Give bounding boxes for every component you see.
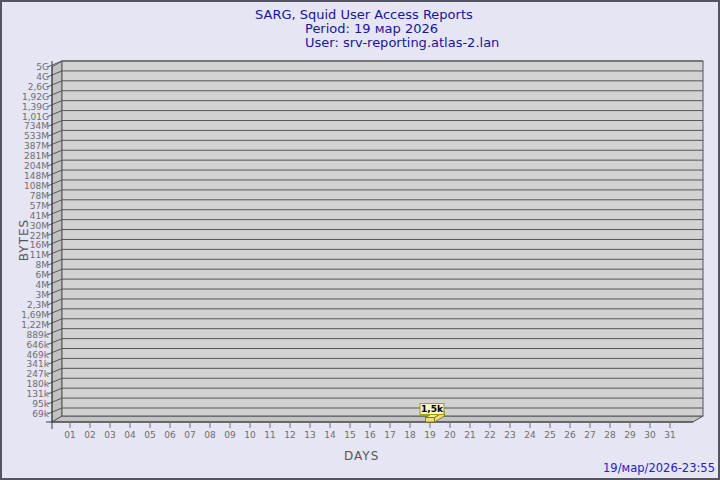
x-tick-label: 29 <box>624 430 636 440</box>
x-tick-label: 27 <box>584 430 595 440</box>
y-tick-label: 78M <box>30 191 49 201</box>
x-tick-label: 03 <box>104 430 115 440</box>
y-tick-label: 22M <box>30 231 49 241</box>
x-tick-label: 19 <box>424 430 436 440</box>
x-tick-label: 22 <box>484 430 495 440</box>
y-tick-label: 16M <box>30 240 49 250</box>
chart-floor <box>52 416 703 422</box>
x-tick-label: 06 <box>164 430 176 440</box>
y-tick-label: 1,92G <box>22 92 49 102</box>
x-tick-label: 07 <box>184 430 195 440</box>
x-tick-label: 18 <box>404 430 416 440</box>
y-tick-label: 1,69M <box>21 310 49 320</box>
y-tick-label: 734M <box>24 121 49 131</box>
y-tick-label: 8M <box>36 260 50 270</box>
chart-plot-area <box>62 61 703 416</box>
bytes-per-day-chart: 5G4G2,6G1,92G1,39G1,01G734M533M387M281M2… <box>2 2 720 480</box>
x-tick-label: 16 <box>364 430 376 440</box>
y-tick-label: 889k <box>27 330 50 340</box>
x-tick-label: 15 <box>344 430 355 440</box>
x-tick-label: 11 <box>264 430 275 440</box>
y-tick-label: 69k <box>32 409 49 419</box>
y-tick-label: 247k <box>27 369 50 379</box>
chart-bar <box>426 418 435 423</box>
x-tick-label: 09 <box>224 430 236 440</box>
x-tick-label: 17 <box>384 430 395 440</box>
x-tick-label: 30 <box>644 430 656 440</box>
y-tick-label: 281M <box>24 151 49 161</box>
y-tick-label: 41M <box>30 211 49 221</box>
x-tick-label: 20 <box>444 430 456 440</box>
y-tick-label: 30M <box>30 221 49 231</box>
x-tick-label: 12 <box>284 430 295 440</box>
y-tick-label: 646k <box>27 340 50 350</box>
x-tick-label: 13 <box>304 430 315 440</box>
y-tick-label: 469k <box>27 350 50 360</box>
x-tick-label: 08 <box>204 430 216 440</box>
y-tick-label: 341k <box>27 359 50 369</box>
x-tick-label: 05 <box>144 430 155 440</box>
y-tick-label: 1,01G <box>22 112 49 122</box>
y-tick-label: 533M <box>24 131 49 141</box>
x-tick-label: 14 <box>324 430 336 440</box>
y-tick-label: 108M <box>24 181 49 191</box>
y-tick-label: 5G <box>36 62 49 72</box>
x-tick-label: 31 <box>664 430 675 440</box>
y-tick-label: 204M <box>24 161 49 171</box>
y-tick-label: 387M <box>24 141 49 151</box>
y-tick-label: 2,3M <box>27 300 49 310</box>
y-tick-label: 57M <box>30 201 49 211</box>
y-tick-label: 95k <box>32 399 49 409</box>
y-tick-label: 6M <box>36 270 50 280</box>
y-tick-label: 1,22M <box>21 320 49 330</box>
y-tick-label: 1,39G <box>22 102 49 112</box>
x-tick-label: 24 <box>524 430 536 440</box>
report-timestamp: 19/мар/2026-23:55 <box>603 461 715 475</box>
y-tick-label: 2,6G <box>28 82 49 92</box>
x-tick-label: 28 <box>604 430 616 440</box>
x-tick-label: 04 <box>124 430 136 440</box>
y-tick-label: 180k <box>27 379 50 389</box>
x-tick-label: 01 <box>64 430 75 440</box>
y-tick-label: 11M <box>30 250 49 260</box>
x-tick-label: 23 <box>504 430 515 440</box>
x-tick-label: 25 <box>544 430 555 440</box>
y-tick-label: 4G <box>36 72 49 82</box>
x-tick-label: 02 <box>84 430 95 440</box>
y-tick-label: 3M <box>36 290 50 300</box>
y-tick-label: 148M <box>24 171 49 181</box>
x-tick-label: 21 <box>464 430 475 440</box>
y-tick-label: 4M <box>36 280 50 290</box>
sarg-report-image: SARG, Squid User Access Reports Period: … <box>0 0 720 480</box>
y-tick-label: 131k <box>27 389 50 399</box>
y-axis-title: BYTES <box>17 208 31 272</box>
x-axis-title: DAYS <box>344 449 379 463</box>
x-tick-label: 10 <box>244 430 256 440</box>
x-tick-label: 26 <box>564 430 576 440</box>
bar-value-label: 1,5k <box>421 404 444 414</box>
